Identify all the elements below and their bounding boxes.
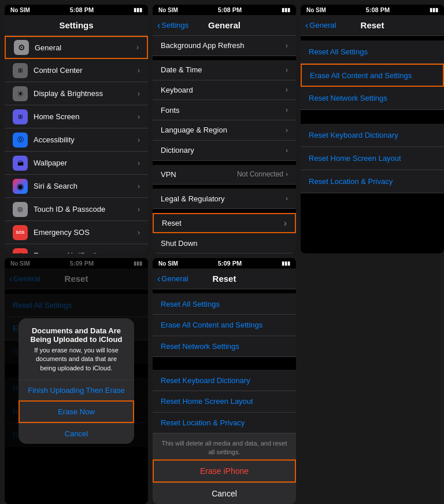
vpn-value: Not Connected <box>237 170 283 178</box>
screen2-title: General <box>208 20 240 30</box>
reset-all-settings-3[interactable]: Reset All Settings <box>301 41 444 64</box>
general-label: General <box>35 43 136 52</box>
reset-all-label-3: Reset All Settings <box>309 47 368 56</box>
reset-network-label-5: Reset Network Settings <box>161 342 239 351</box>
dictionary-label: Dictionary <box>161 146 286 154</box>
back-chevron-2: ‹ <box>157 21 160 30</box>
reset-location-3[interactable]: Reset Location & Privacy <box>301 170 444 193</box>
settings-item-exposure[interactable]: ✱ Exposure Notifications › <box>5 244 148 253</box>
time-2: 5:08 PM <box>218 6 242 13</box>
battery-icons-1: ▮▮▮ <box>134 7 142 13</box>
sep-5a <box>153 289 296 293</box>
screen1-title: Settings <box>59 20 93 30</box>
time-5: 5:09 PM <box>218 260 242 267</box>
reset-homescreen-label-5: Reset Home Screen Layout <box>161 397 253 406</box>
reset-keyboard-5[interactable]: Reset Keyboard Dictionary <box>153 370 296 391</box>
erase-now-btn[interactable]: Erase Now <box>18 400 134 423</box>
reset-location-5[interactable]: Reset Location & Privacy <box>153 413 296 434</box>
home-icon: ⊞ <box>13 109 28 124</box>
modal-box: Documents and Data Are Being Uploaded to… <box>18 318 134 444</box>
finish-uploading-btn[interactable]: Finish Uploading Then Erase <box>18 380 134 400</box>
settings-item-sos[interactable]: SOS Emergency SOS › <box>5 221 148 244</box>
back-chevron-3: ‹ <box>305 21 308 30</box>
screen2-general: No SIM 5:08 PM ▮▮▮ ‹ Settings General Ba… <box>153 5 296 253</box>
legal-item[interactable]: Legal & Regulatory › <box>153 189 296 209</box>
wallpaper-label: Wallpaper <box>34 159 138 167</box>
touchid-label: Touch ID & Passcode <box>34 205 138 214</box>
screen3-title: Reset <box>361 20 384 30</box>
reset-keyboard-label-3: Reset Keyboard Dictionary <box>309 131 398 139</box>
erase-iphone-btn[interactable]: Erase iPhone <box>153 459 296 483</box>
general-chevron: › <box>136 43 139 51</box>
date-time-item[interactable]: Date & Time › <box>153 60 296 80</box>
modal-overlay: Documents and Data Are Being Uploaded to… <box>5 258 148 504</box>
reset-all-5[interactable]: Reset All Settings <box>153 293 296 315</box>
back-label-5: General <box>161 274 188 283</box>
status-bar-3: No SIM 5:08 PM ▮▮▮ <box>301 5 444 15</box>
wallpaper-icon: 🏔 <box>13 156 28 171</box>
settings-item-touchid[interactable]: ◎ Touch ID & Passcode › <box>5 198 148 221</box>
fonts-item[interactable]: Fonts › <box>153 100 296 120</box>
exposure-icon: ✱ <box>13 248 28 254</box>
language-label: Language & Region <box>161 126 286 134</box>
sep-5b <box>153 357 296 370</box>
dictionary-item[interactable]: Dictionary › <box>153 141 296 161</box>
keyboard-item[interactable]: Keyboard › <box>153 80 296 101</box>
back-chevron-5: ‹ <box>157 274 160 284</box>
fonts-label: Fonts <box>161 106 286 115</box>
screen3-reset: No SIM 5:08 PM ▮▮▮ ‹ General Reset Reset… <box>301 5 444 253</box>
exposure-label: Exposure Notifications <box>34 251 138 253</box>
settings-item-home[interactable]: ⊞ Home Screen › <box>5 105 148 128</box>
reset-network-5[interactable]: Reset Network Settings <box>153 336 296 358</box>
settings-item-siri[interactable]: ◉ Siri & Search › <box>5 175 148 198</box>
touchid-icon: ◎ <box>13 202 28 217</box>
vpn-item[interactable]: VPN Not Connected › <box>153 165 296 185</box>
reset-network-3[interactable]: Reset Network Settings <box>301 87 444 110</box>
reset-keyboard-label-5: Reset Keyboard Dictionary <box>161 376 250 385</box>
action-sheet: This will delete all media and data, and… <box>153 433 296 504</box>
settings-item-display[interactable]: ☀ Display & Brightness › <box>5 82 148 105</box>
nav-bar-3: ‹ General Reset <box>301 15 444 36</box>
modal-body: If you erase now, you will lose document… <box>18 346 134 380</box>
control-icon: ⊞ <box>13 63 28 78</box>
background-app-refresh[interactable]: Background App Refresh › <box>153 36 296 56</box>
action-sheet-text: This will delete all media and data, and… <box>153 433 296 459</box>
status-bar-5: No SIM 5:09 PM ▮▮▮ <box>153 258 296 268</box>
back-to-general-5[interactable]: ‹ General <box>157 274 188 284</box>
reset-homescreen-3[interactable]: Reset Home Screen Layout <box>301 147 444 170</box>
reset-homescreen-label-3: Reset Home Screen Layout <box>309 154 401 163</box>
modal-title: Documents and Data Are Being Uploaded to… <box>18 318 134 346</box>
screen4-reset-modal: No SIM 5:09 PM ▮▮▮ ‹ General Reset Reset… <box>5 258 148 504</box>
reset-item[interactable]: Reset › <box>153 213 296 233</box>
reset-homescreen-5[interactable]: Reset Home Screen Layout <box>153 391 296 413</box>
time-1: 5:08 PM <box>70 6 94 13</box>
reset-location-label-3: Reset Location & Privacy <box>309 177 393 186</box>
siri-label: Siri & Search <box>34 182 138 190</box>
reset-keyboard-3[interactable]: Reset Keyboard Dictionary <box>301 124 444 147</box>
reset-all-label-5: Reset All Settings <box>161 300 220 308</box>
reset-label: Reset <box>162 219 182 227</box>
settings-item-control[interactable]: ⊞ Control Center › <box>5 59 148 82</box>
erase-all-3[interactable]: Erase All Content and Settings <box>301 64 444 87</box>
erase-all-5[interactable]: Erase All Content and Settings <box>153 315 296 336</box>
carrier-1: No SIM <box>10 7 30 13</box>
settings-item-wallpaper[interactable]: 🏔 Wallpaper › <box>5 152 148 175</box>
shutdown-item[interactable]: Shut Down <box>153 233 296 253</box>
nav-bar-1: Settings <box>5 15 148 36</box>
settings-item-general[interactable]: ⚙ General › <box>5 36 148 59</box>
settings-item-access[interactable]: ⓪ Accessibility › <box>5 128 148 152</box>
sep-3a <box>301 36 444 41</box>
reset-network-label-3: Reset Network Settings <box>309 94 387 102</box>
back-label-3: General <box>309 21 336 30</box>
back-label-2: Settings <box>161 21 188 30</box>
date-time-label: Date & Time <box>161 65 286 74</box>
modal-cancel-btn[interactable]: Cancel <box>18 423 134 444</box>
separator-2c <box>153 185 296 189</box>
sos-icon: SOS <box>13 225 28 240</box>
language-item[interactable]: Language & Region › <box>153 120 296 141</box>
back-to-general-3[interactable]: ‹ General <box>305 21 336 30</box>
action-cancel-btn[interactable]: Cancel <box>153 483 296 504</box>
back-to-settings[interactable]: ‹ Settings <box>157 21 188 30</box>
nav-bar-5: ‹ General Reset <box>153 268 296 289</box>
nav-bar-2: ‹ Settings General <box>153 15 296 36</box>
